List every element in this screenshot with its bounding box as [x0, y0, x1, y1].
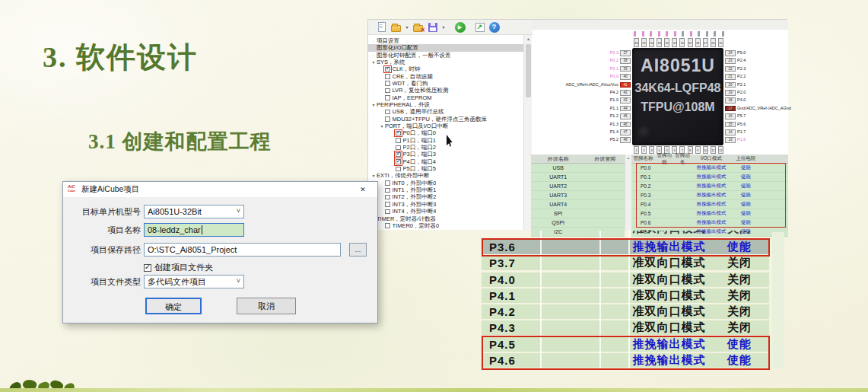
pin-number[interactable]: 11	[711, 146, 716, 154]
tree-item[interactable]: P4口，端口4	[368, 158, 523, 165]
chip-pin[interactable]: 20 P2.1	[725, 82, 788, 88]
close-icon[interactable]: ✕	[353, 183, 373, 196]
save-dropdown-icon[interactable]: ▾	[441, 24, 446, 30]
chip-pin[interactable]: P0.3 37	[533, 50, 631, 56]
dialog-titlebar[interactable]: AiCCube 新建AiCube项目 ✕	[63, 182, 377, 197]
pin-number[interactable]: 9	[695, 146, 701, 154]
pin-number[interactable]: 12	[718, 146, 723, 154]
scroll-up-icon[interactable]: ▲	[524, 35, 533, 43]
tree-checkbox[interactable]	[385, 67, 390, 72]
open-project-icon[interactable]	[390, 21, 402, 33]
save-icon[interactable]	[427, 21, 438, 33]
peripheral-row[interactable]: UART3	[531, 191, 625, 200]
chip-pin[interactable]: 16 P5.7	[725, 113, 788, 120]
table-row[interactable]: P4.2 准双向口模式 关闭	[482, 304, 769, 319]
tree-item[interactable]: INT4，外部中断4	[368, 208, 523, 215]
ok-button[interactable]: 确定	[145, 298, 202, 314]
pin-number[interactable]: 32	[664, 38, 669, 47]
cancel-button[interactable]: 取消	[237, 298, 296, 314]
table-row[interactable]: P3.7 准双向口模式 关闭	[482, 256, 769, 270]
tree-checkbox[interactable]	[385, 116, 390, 122]
tree-item[interactable]: P3口，端口3	[368, 151, 523, 158]
tree-item[interactable]: ▾ SYS，系统	[368, 59, 523, 65]
tree-checkbox[interactable]	[385, 88, 390, 94]
tree-checkbox[interactable]	[396, 167, 401, 172]
pin-number[interactable]: 10	[703, 146, 708, 154]
new-project-icon[interactable]	[376, 21, 387, 33]
chip-pin[interactable]: 18 P4.0	[725, 97, 788, 104]
pin-number[interactable]: 25	[718, 38, 723, 47]
tree-item[interactable]: · 项目设置	[368, 37, 523, 44]
tree-checkbox[interactable]	[385, 223, 390, 228]
tree-checkbox[interactable]	[385, 202, 390, 207]
peripheral-row[interactable]: QSPI	[531, 218, 625, 228]
peripheral-row[interactable]: UART4	[531, 200, 625, 209]
browse-button[interactable]: ...	[349, 243, 367, 257]
tree-item[interactable]: ▾ EXTI，传统外部中断	[368, 173, 523, 180]
mcu-model-select[interactable]: Ai8051U-32Bit	[144, 205, 244, 218]
chip-pin[interactable]: 13 P1.6	[725, 137, 788, 143]
scrollbar-thumb[interactable]	[526, 44, 531, 97]
tree-item[interactable]: P1口，端口1	[368, 137, 523, 144]
tree-checkbox[interactable]	[396, 145, 401, 151]
table-row[interactable]: P4.0 准双向口模式 关闭	[482, 272, 769, 287]
tree-checkbox[interactable]	[385, 95, 390, 100]
pin-number[interactable]: 1	[634, 146, 639, 154]
tree-checkbox[interactable]	[396, 152, 401, 158]
table-row[interactable]: P4.3 准双向口模式 关闭	[482, 320, 769, 335]
chip-pin[interactable]: P1.0 43	[533, 97, 631, 104]
chip-pin[interactable]: P1.3 46	[533, 122, 631, 128]
chip-pin[interactable]: 14 P1.7	[725, 129, 788, 135]
tree-item[interactable]: P5口，端口5	[368, 165, 523, 172]
run-icon[interactable]: ▶	[454, 21, 466, 33]
pin-number[interactable]: 35	[641, 38, 647, 47]
tree-item[interactable]: IAP，EEPROM	[368, 94, 523, 101]
chip-pin[interactable]: P4.2 42	[533, 90, 631, 96]
project-path-input[interactable]: O:\STC_Ai8051_Project	[144, 243, 341, 257]
chip-pin[interactable]: 15 P5.6	[725, 122, 788, 128]
pin-number[interactable]: 33	[657, 38, 662, 47]
help-icon[interactable]: ?	[488, 21, 500, 33]
pin-number[interactable]: 28	[695, 38, 701, 47]
chip-pin[interactable]: 22 P2.3	[725, 66, 788, 72]
tree-item[interactable]: INT0，外部中断0	[368, 180, 523, 186]
chip-pin[interactable]: P1.1 44	[533, 106, 631, 112]
tree-item[interactable]: TIMER0，定时器0	[368, 222, 523, 229]
pin-number[interactable]: 34	[649, 38, 654, 47]
chip-pin[interactable]: P0.1 39	[533, 66, 631, 72]
tree-checkbox[interactable]	[385, 188, 390, 193]
chip-pin[interactable]: P1.2 45	[533, 113, 631, 120]
tree-item[interactable]: MDU32+TFPU，硬件浮点三角函数库	[368, 116, 523, 123]
tree-checkbox[interactable]	[396, 159, 401, 164]
chip-pin[interactable]: ADC_VRef+/ADC_AVcc/Vcc 41	[533, 82, 631, 88]
pin-number[interactable]: 31	[672, 38, 677, 47]
tree-item[interactable]: INT2，外部中断2	[368, 194, 523, 201]
tree-item[interactable]: USB，通用串行总线	[368, 108, 523, 115]
tree-item[interactable]: CRE，自动追频	[368, 73, 523, 80]
tree-checkbox[interactable]	[385, 110, 390, 115]
tree-checkbox[interactable]	[396, 131, 401, 136]
tree-item[interactable]: WDT，看门狗	[368, 80, 523, 87]
table-scrollbar[interactable]: ▲	[625, 155, 631, 230]
chip-pin[interactable]: 23 P2.4	[725, 58, 788, 64]
tree-item[interactable]: ▾ PORT，端口及I/O口中断	[368, 123, 523, 129]
tree-checkbox[interactable]	[396, 138, 401, 143]
close-project-icon[interactable]: ✕	[412, 21, 424, 33]
chip-pin[interactable]: 21 P2.2	[725, 74, 788, 80]
project-type-select[interactable]: 多代码文件项目	[144, 275, 244, 288]
tree-item[interactable]: INT1，外部中断1	[368, 186, 523, 193]
open-dropdown-icon[interactable]: ▾	[405, 24, 409, 30]
peripheral-row[interactable]: SPI	[531, 209, 625, 218]
tree-item[interactable]: P0口，端口0	[368, 129, 523, 136]
tree-item[interactable]: 图形化I/O口配置	[368, 44, 523, 51]
tree-item[interactable]: INT3，外部中断3	[368, 201, 523, 208]
pin-number[interactable]: 27	[703, 38, 708, 47]
peripheral-row[interactable]: UART2	[531, 182, 625, 191]
tree-item[interactable]: CLK，时钟	[368, 65, 523, 72]
tree-item[interactable]: LVR，复位和低压检测	[368, 87, 523, 94]
chip-pin[interactable]: 24 P5.0	[725, 50, 788, 56]
pin-number[interactable]: 2	[641, 146, 647, 154]
tree-checkbox[interactable]	[385, 209, 390, 215]
tree-item[interactable]: P2口，端口2	[368, 144, 523, 151]
peripheral-row[interactable]: UART1	[531, 173, 625, 182]
